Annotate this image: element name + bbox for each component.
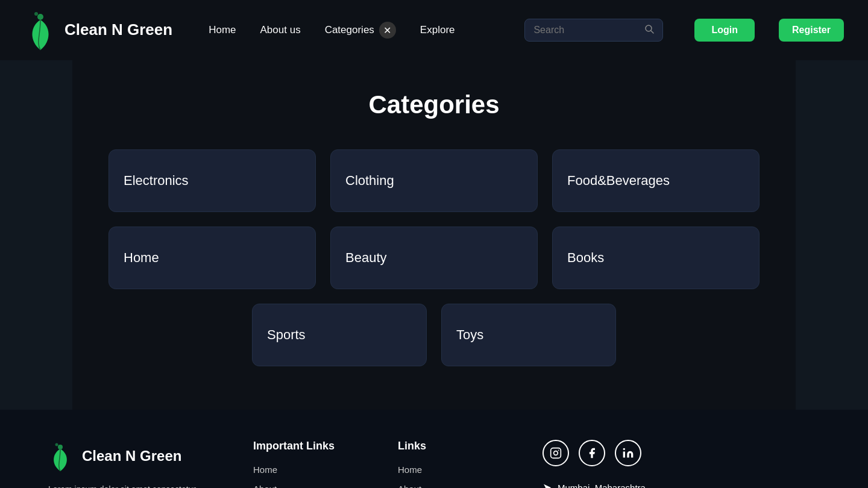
categories-nav-label: Categories xyxy=(325,24,374,36)
category-card-home[interactable]: Home xyxy=(108,227,316,289)
nav-home-link[interactable]: Home xyxy=(209,24,236,36)
categories-title: Categories xyxy=(108,90,760,119)
register-button[interactable]: Register xyxy=(779,19,844,42)
svg-line-3 xyxy=(651,31,653,33)
footer-location-text: Mumbai, Maharashtra xyxy=(558,483,646,489)
nav-explore-link[interactable]: Explore xyxy=(420,24,455,36)
footer-brand: Clean N Green Lorem ipsum dolor sit amet… xyxy=(48,440,229,488)
footer-social xyxy=(542,440,820,466)
category-card-food[interactable]: Food&Beverages xyxy=(552,149,760,212)
nav-about-link[interactable]: About us xyxy=(260,24,301,36)
category-card-sports[interactable]: Sports xyxy=(252,304,427,366)
footer-logo-icon xyxy=(48,440,75,473)
categories-grid: Electronics Clothing Food&Beverages Home… xyxy=(108,149,760,289)
logo-icon xyxy=(24,8,57,53)
logo[interactable]: Clean N Green xyxy=(24,8,172,53)
footer-important-links-list: Home About Contact xyxy=(253,465,374,488)
category-card-books[interactable]: Books xyxy=(552,227,760,289)
categories-section: Categories Electronics Clothing Food&Bev… xyxy=(72,60,796,410)
svg-point-9 xyxy=(623,448,625,450)
categories-bottom-row: Sports Toys xyxy=(108,304,760,366)
login-button[interactable]: Login xyxy=(694,19,755,42)
category-card-beauty[interactable]: Beauty xyxy=(330,227,538,289)
categories-close-button[interactable]: ✕ xyxy=(379,22,396,39)
linkedin-icon[interactable] xyxy=(615,440,641,466)
svg-point-1 xyxy=(34,12,38,16)
svg-point-7 xyxy=(554,451,558,455)
footer-important-about[interactable]: About xyxy=(253,484,374,488)
footer-link-about[interactable]: About xyxy=(398,484,518,488)
categories-nav[interactable]: Categories ✕ xyxy=(325,22,396,39)
footer-links-title: Links xyxy=(398,440,518,452)
footer-link-home[interactable]: Home xyxy=(398,465,518,475)
instagram-icon[interactable] xyxy=(542,440,569,466)
svg-point-5 xyxy=(55,443,58,446)
location-icon: ➤ xyxy=(542,481,552,488)
footer-important-links: Important Links Home About Contact xyxy=(253,440,374,488)
category-card-electronics[interactable]: Electronics xyxy=(108,149,316,212)
footer-links-list: Home About Contact xyxy=(398,465,518,488)
footer-links-col: Links Home About Contact xyxy=(398,440,518,488)
sidebar-right xyxy=(796,60,868,410)
search-icon xyxy=(644,24,654,36)
nav-home-item[interactable]: Home xyxy=(209,24,236,36)
footer-contact: ➤ Mumbai, Maharashtra 📱 +91 123456789 xyxy=(542,481,820,488)
svg-point-0 xyxy=(37,14,43,20)
footer-logo-text: Clean N Green xyxy=(82,448,181,465)
footer-important-home[interactable]: Home xyxy=(253,465,374,475)
nav-about-item[interactable]: About us xyxy=(260,24,301,36)
footer-logo: Clean N Green xyxy=(48,440,229,473)
footer-important-links-title: Important Links xyxy=(253,440,374,452)
svg-rect-6 xyxy=(551,448,561,458)
footer-contact-col: ➤ Mumbai, Maharashtra 📱 +91 123456789 xyxy=(542,440,820,488)
sidebar-left xyxy=(0,60,72,410)
footer-description: Lorem ipsum dolor sit amet consectetur a… xyxy=(48,483,229,488)
main-content: Categories Electronics Clothing Food&Bev… xyxy=(0,60,868,410)
footer-location: ➤ Mumbai, Maharashtra xyxy=(542,481,820,488)
facebook-icon[interactable] xyxy=(579,440,605,466)
footer: Clean N Green Lorem ipsum dolor sit amet… xyxy=(0,410,868,488)
svg-point-8 xyxy=(558,450,559,451)
search-input[interactable] xyxy=(533,25,640,36)
svg-point-4 xyxy=(58,445,63,449)
logo-text: Clean N Green xyxy=(64,20,172,39)
search-box xyxy=(524,19,663,42)
navbar: Clean N Green Home About us Categories ✕… xyxy=(0,0,868,60)
category-card-clothing[interactable]: Clothing xyxy=(330,149,538,212)
nav-links: Home About us xyxy=(209,24,300,36)
category-card-toys[interactable]: Toys xyxy=(441,304,616,366)
